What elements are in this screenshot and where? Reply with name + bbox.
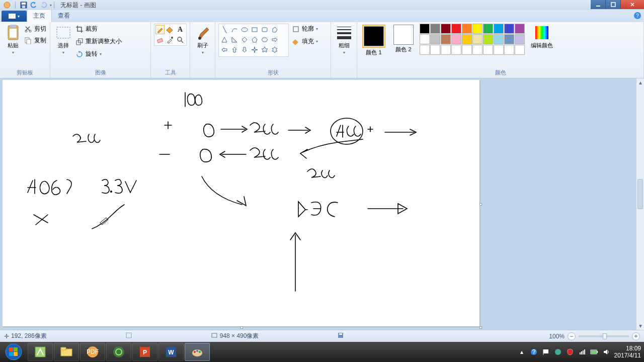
shape-5star[interactable]: [260, 45, 269, 54]
shapes-gallery[interactable]: ╲: [218, 24, 289, 57]
vertical-scrollbar[interactable]: ▴ ▾: [636, 78, 644, 330]
zoom-out-button[interactable]: −: [568, 332, 576, 340]
save-icon[interactable]: [20, 1, 28, 9]
shape-arrow-u[interactable]: [230, 45, 239, 54]
tray-help-icon[interactable]: ?: [530, 348, 538, 356]
shape-rect[interactable]: [250, 25, 259, 34]
crop-button[interactable]: 裁剪: [75, 24, 122, 34]
brush-button[interactable]: 刷子 ▾: [193, 24, 213, 56]
color-swatch[interactable]: [430, 34, 440, 44]
color-swatch[interactable]: [494, 34, 504, 44]
help-icon[interactable]: ?: [634, 12, 641, 19]
shape-lightning[interactable]: [260, 55, 269, 57]
tab-view[interactable]: 查看: [52, 10, 76, 22]
shape-line[interactable]: ╲: [220, 25, 229, 34]
shape-polygon[interactable]: [270, 25, 279, 34]
taskbar-paint[interactable]: [185, 343, 210, 361]
color-swatch[interactable]: [472, 24, 482, 34]
color-swatch[interactable]: [441, 24, 451, 34]
zoom-slider[interactable]: [579, 335, 629, 337]
text-tool[interactable]: A: [176, 25, 185, 34]
taskbar-app-3[interactable]: PDF: [80, 343, 105, 361]
color-swatch[interactable]: [483, 24, 493, 34]
color-swatch[interactable]: [494, 24, 504, 34]
undo-icon[interactable]: [30, 1, 38, 9]
start-button[interactable]: [0, 342, 27, 362]
tray-battery-icon[interactable]: [590, 348, 598, 356]
shape-arrow-r[interactable]: [270, 35, 279, 44]
taskbar-app-1[interactable]: [28, 343, 53, 361]
canvas-handle-bottom[interactable]: [240, 326, 243, 329]
color-swatch[interactable]: [451, 34, 461, 44]
color2-button[interactable]: 颜色 2: [391, 24, 416, 54]
shape-arrow-l[interactable]: [220, 45, 229, 54]
taskbar-app-4[interactable]: [106, 343, 131, 361]
fill-tool[interactable]: [166, 25, 175, 34]
resize-button[interactable]: 重新调整大小: [75, 36, 122, 47]
color-swatch[interactable]: [441, 34, 451, 44]
maximize-button[interactable]: [606, 0, 621, 9]
shape-right-triangle[interactable]: [230, 35, 239, 44]
shape-arrow-d[interactable]: [240, 45, 249, 54]
eraser-tool[interactable]: [155, 35, 165, 44]
clock[interactable]: 18:09 2017/4/11: [614, 345, 641, 359]
shape-oval[interactable]: [240, 25, 249, 34]
tray-network-icon[interactable]: [578, 348, 586, 356]
edit-colors-button[interactable]: 编辑颜色: [529, 24, 555, 50]
color-swatch[interactable]: [420, 34, 430, 44]
select-button[interactable]: 选择 ▾: [53, 24, 73, 56]
color-swatch[interactable]: [515, 45, 525, 55]
qat-dropdown-icon[interactable]: ▾: [50, 3, 52, 8]
color-swatch[interactable]: [451, 45, 461, 55]
paste-button[interactable]: 粘贴 ▾: [3, 24, 23, 56]
tab-home[interactable]: 主页: [27, 9, 52, 22]
color-swatch[interactable]: [504, 45, 514, 55]
pencil-tool[interactable]: [155, 25, 165, 34]
shape-callout-oval[interactable]: [230, 55, 239, 57]
shape-pentagon[interactable]: [250, 35, 259, 44]
color-swatch[interactable]: [515, 34, 525, 44]
color-swatch[interactable]: [494, 45, 504, 55]
shape-curve[interactable]: [230, 25, 239, 34]
fill-button[interactable]: 填充 ▾: [292, 36, 318, 47]
color-swatch[interactable]: [462, 34, 472, 44]
canvas-handle-corner[interactable]: [479, 326, 482, 329]
color-swatch[interactable]: [462, 24, 472, 34]
tray-shield-icon[interactable]: [566, 348, 574, 356]
file-menu-button[interactable]: ▾: [2, 11, 27, 22]
shape-6star[interactable]: [270, 45, 279, 54]
color-swatch[interactable]: [472, 45, 482, 55]
cut-button[interactable]: 剪切: [24, 24, 46, 34]
color-swatch[interactable]: [504, 24, 514, 34]
shape-triangle[interactable]: [220, 35, 229, 44]
color-swatch[interactable]: [430, 24, 440, 34]
taskbar-word[interactable]: W: [158, 343, 184, 361]
shape-callout-cloud[interactable]: [240, 55, 249, 57]
shape-4star[interactable]: [250, 45, 259, 54]
redo-icon[interactable]: [40, 1, 48, 9]
color-swatch[interactable]: [483, 34, 493, 44]
outline-button[interactable]: 轮廓 ▾: [292, 24, 318, 34]
scroll-up-icon[interactable]: ▴: [636, 78, 644, 86]
color-swatch[interactable]: [420, 24, 430, 34]
canvas-handle-right[interactable]: [479, 203, 482, 206]
color-swatch[interactable]: [430, 45, 440, 55]
magnifier-tool[interactable]: [176, 35, 185, 44]
shape-hexagon[interactable]: [260, 35, 269, 44]
color1-button[interactable]: 颜色 1: [360, 24, 387, 57]
color-swatch[interactable]: [420, 45, 430, 55]
color-swatch[interactable]: [441, 45, 451, 55]
taskbar-powerpoint[interactable]: P: [132, 343, 157, 361]
zoom-in-button[interactable]: +: [632, 332, 640, 340]
color-swatch[interactable]: [451, 24, 461, 34]
shape-heart[interactable]: [250, 55, 259, 57]
rotate-button[interactable]: 旋转 ▾: [75, 49, 122, 59]
color-swatch[interactable]: [515, 24, 525, 34]
color-swatch[interactable]: [472, 34, 482, 44]
thickness-button[interactable]: 粗细 ▾: [334, 24, 354, 56]
scroll-thumb[interactable]: [637, 179, 643, 209]
shape-callout-rect[interactable]: [220, 55, 229, 57]
color-swatch[interactable]: [504, 34, 514, 44]
color-swatch[interactable]: [483, 45, 493, 55]
zoom-thumb[interactable]: [603, 333, 607, 339]
